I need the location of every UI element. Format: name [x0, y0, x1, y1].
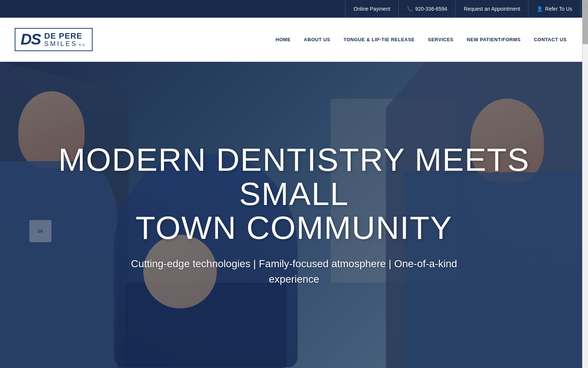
hero-section: DS MODERN DENTISTRY MEETS SMALL TOWN COM… — [0, 62, 588, 368]
hero-subtitle: Cutting-edge technologies | Family-focus… — [129, 256, 459, 287]
top-bar: Online Payment 📞 920-336-6594 Request an… — [0, 0, 588, 18]
logo-initials: DS — [21, 32, 40, 47]
scrollbar[interactable] — [582, 0, 588, 368]
phone-icon: 📞 — [407, 6, 413, 12]
request-appointment-label: Request an Appointment — [464, 6, 520, 12]
header: DS DE PERE SMILES s.c. HOME ABOUT US TON… — [0, 18, 588, 62]
nav-about[interactable]: ABOUT US — [297, 37, 337, 42]
phone-link[interactable]: 📞 920-336-6594 — [398, 0, 455, 18]
refer-to-us-link[interactable]: 👤 Refer To Us — [528, 0, 581, 18]
nav-home[interactable]: HOME — [269, 37, 297, 42]
logo-link[interactable]: DS DE PERE SMILES s.c. — [15, 28, 93, 52]
logo-container: DS DE PERE SMILES s.c. — [15, 28, 93, 52]
online-payment-label: Online Payment — [354, 6, 390, 12]
hero-title-line1: MODERN DENTISTRY MEETS SMALL — [58, 141, 530, 212]
hero-content: MODERN DENTISTRY MEETS SMALL TOWN COMMUN… — [0, 62, 588, 368]
nav-services[interactable]: SERVICES — [422, 37, 460, 42]
hero-title: MODERN DENTISTRY MEETS SMALL TOWN COMMUN… — [55, 143, 533, 245]
logo-smiles-text: SMILES — [44, 40, 77, 47]
nav-contact[interactable]: CONTACT US — [527, 37, 573, 42]
refer-icon: 👤 — [537, 6, 543, 12]
hero-title-line2: TOWN COMMUNITY — [136, 209, 452, 246]
phone-number: 920-336-6594 — [415, 6, 447, 12]
logo-sc: s.c. — [77, 42, 86, 47]
online-payment-link[interactable]: Online Payment — [345, 0, 398, 18]
nav-new-patient[interactable]: NEW PATIENT/FORMS — [460, 37, 527, 42]
logo-line1: DE PERE — [44, 32, 86, 40]
request-appointment-link[interactable]: Request an Appointment — [455, 0, 528, 18]
main-nav: HOME ABOUT US TONGUE & LIP-TIE RELEASE S… — [269, 37, 573, 42]
logo-text-block: DE PERE SMILES s.c. — [44, 32, 86, 48]
scrollbar-thumb[interactable] — [582, 0, 588, 44]
nav-tongue[interactable]: TONGUE & LIP-TIE RELEASE — [337, 37, 422, 42]
refer-to-us-label: Refer To Us — [545, 6, 572, 12]
logo-line2: SMILES s.c. — [44, 40, 86, 48]
